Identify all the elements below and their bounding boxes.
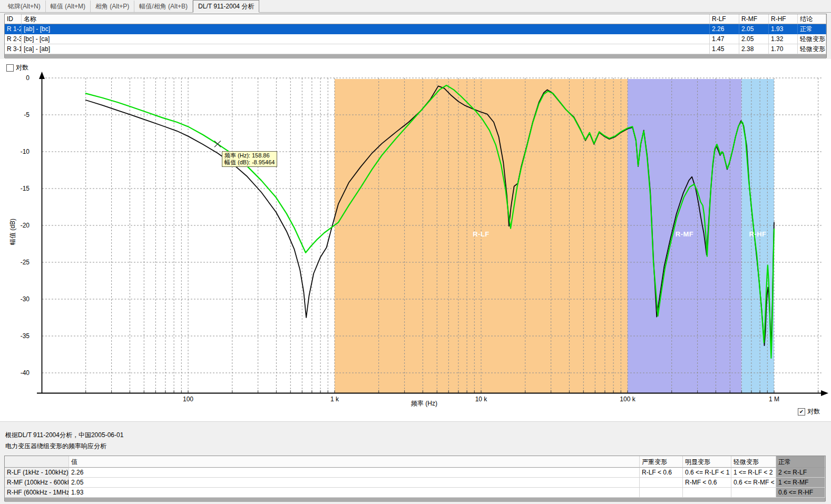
checkbox-icon: ✔	[6, 64, 14, 72]
cell-name: [bc] - [ca]	[22, 34, 710, 44]
row-label: R-LF (1kHz - 100kHz)	[5, 468, 69, 478]
col-header-rlf[interactable]: R-LF	[710, 14, 739, 24]
x-tick-label: 100	[183, 396, 193, 403]
col-header-slight[interactable]: 轻微变形	[731, 456, 776, 468]
tab-magnitude[interactable]: 幅值 (Alt+M)	[46, 1, 91, 12]
col-header-conclusion[interactable]: 结论	[798, 14, 826, 24]
cell-id: R 3-1	[5, 44, 22, 54]
col-header-blank	[5, 456, 69, 468]
y-tick-label: -15	[9, 185, 30, 192]
cell-value: 1.93	[69, 488, 640, 498]
analysis-footer: 根据DL/T 911-2004分析，中国2005-06-01 电力变压器绕组变形…	[0, 421, 831, 504]
cell-conclusion: 轻微变形	[798, 34, 826, 44]
cell-slight: 0.6 <= R-MF < 1	[731, 478, 776, 488]
cell-severe: R-LF < 0.6	[640, 468, 683, 478]
x-tick-label: 1 k	[330, 396, 339, 403]
cell-severe	[640, 478, 683, 488]
cell-normal: 1 <= R-MF	[776, 478, 825, 488]
col-header-obvious[interactable]: 明显变形	[683, 456, 731, 468]
cell-rmf: 2.05	[739, 24, 769, 34]
y-tick-label: -25	[9, 259, 30, 266]
col-header-rmf[interactable]: R-MF	[739, 14, 769, 24]
cell-obvious	[683, 488, 731, 498]
checkbox-label: 对数	[807, 407, 820, 416]
cell-name: [ca] - [ab]	[22, 44, 710, 54]
tab-bar: 铭牌(Alt+N) 幅值 (Alt+M) 相角 (Alt+P) 幅值/相角 (A…	[0, 0, 831, 13]
region-label-rmf: R-MF	[676, 230, 694, 238]
y-tick-label: -30	[9, 295, 30, 303]
tab-magnitude-phase[interactable]: 幅值/相角 (Alt+B)	[134, 1, 193, 12]
cell-value: 2.05	[69, 478, 640, 488]
results-table-header: ID 名称 R-LF R-MF R-HF 结论	[5, 14, 826, 24]
fra-chart[interactable]: ✔ 对数 R-LF R-MF R-HF 频率 (Hz): 158.86 幅值 (…	[0, 59, 831, 421]
log-checkbox-top[interactable]: ✔ 对数	[6, 63, 28, 72]
region-label-rhf: R-HF	[749, 230, 766, 238]
row-label: R-MF (100kHz - 600kHz)	[5, 478, 69, 488]
table-row[interactable]: R 2-3 [bc] - [ca] 1.47 2.05 1.32 轻微变形	[5, 34, 826, 44]
y-tick-label: -10	[9, 148, 30, 155]
cell-obvious: R-MF < 0.6	[683, 478, 731, 488]
x-tick-label: 1 M	[769, 396, 779, 403]
cell-conclusion: 轻微变形	[798, 44, 826, 54]
x-tick-label: 100 k	[620, 396, 635, 403]
tab-dlt911-analysis[interactable]: DL/T 911-2004 分析	[193, 0, 259, 13]
col-header-rhf[interactable]: R-HF	[769, 14, 798, 24]
cell-rhf: 1.70	[769, 44, 798, 54]
cursor-tooltip: 频率 (Hz): 158.86 幅值 (dB): -8.95464	[222, 151, 277, 167]
table-filler	[5, 54, 826, 58]
cell-normal: 0.6 <= R-HF	[776, 488, 825, 498]
cell-slight	[731, 488, 776, 498]
cell-rmf: 2.38	[739, 44, 769, 54]
col-header-name[interactable]: 名称	[22, 14, 710, 24]
cell-rhf: 1.32	[769, 34, 798, 44]
checkbox-label: 对数	[16, 63, 28, 72]
cell-obvious: 0.6 <= R-LF < 1	[683, 468, 731, 478]
analysis-standard-text: 根据DL/T 911-2004分析，中国2005-06-01	[5, 431, 123, 440]
region-label-rlf: R-LF	[473, 230, 490, 238]
analysis-title-text: 电力变压器绕组变形的频率响应分析	[5, 442, 106, 451]
checkbox-checked-icon: ✔	[798, 408, 805, 416]
cell-rlf: 2.26	[710, 24, 739, 34]
cell-value: 2.26	[69, 468, 640, 478]
table-row[interactable]: R 3-1 [ca] - [ab] 1.45 2.38 1.70 轻微变形	[5, 44, 826, 54]
cell-rhf: 1.93	[769, 24, 798, 34]
x-axis-title: 频率 (Hz)	[411, 399, 437, 408]
cell-rlf: 1.47	[710, 34, 739, 44]
criteria-row-rhf[interactable]: R-HF (600kHz - 1MHz) 1.93 0.6 <= R-HF	[5, 488, 825, 498]
y-tick-label: -40	[9, 369, 30, 377]
y-axis-title: 幅值 (dB)	[8, 219, 17, 245]
row-label: R-HF (600kHz - 1MHz)	[5, 488, 69, 498]
cell-rmf: 2.05	[739, 34, 769, 44]
log-checkbox-bottom[interactable]: ✔ 对数	[798, 407, 820, 416]
criteria-row-rlf[interactable]: R-LF (1kHz - 100kHz) 2.26 R-LF < 0.6 0.6…	[5, 468, 825, 478]
col-header-normal[interactable]: 正常	[776, 456, 825, 468]
table-row[interactable]: R 1-2 [ab] - [bc] 2.26 2.05 1.93 正常	[5, 24, 826, 34]
cell-slight: 1 <= R-LF < 2	[731, 468, 776, 478]
table-filler	[5, 498, 825, 502]
fra-chart-plot	[0, 59, 831, 421]
cell-conclusion: 正常	[798, 24, 826, 34]
criteria-table: 值 严重变形 明显变形 轻微变形 正常 R-LF (1kHz - 100kHz)…	[4, 456, 826, 501]
cell-id: R 2-3	[5, 34, 22, 44]
y-tick-label: -5	[9, 111, 30, 118]
x-tick-label: 10 k	[475, 396, 487, 403]
col-header-value[interactable]: 值	[69, 456, 640, 468]
criteria-row-rmf[interactable]: R-MF (100kHz - 600kHz) 2.05 R-MF < 0.6 0…	[5, 478, 825, 488]
tab-nameplate[interactable]: 铭牌(Alt+N)	[3, 1, 46, 12]
cell-rlf: 1.45	[710, 44, 739, 54]
y-tick-label: 0	[9, 74, 30, 82]
criteria-table-header: 值 严重变形 明显变形 轻微变形 正常	[5, 456, 825, 468]
cell-severe	[640, 488, 683, 498]
results-table: ID 名称 R-LF R-MF R-HF 结论 R 1-2 [ab] - [bc…	[4, 14, 827, 58]
col-header-severe[interactable]: 严重变形	[640, 456, 683, 468]
cell-name: [ab] - [bc]	[22, 24, 710, 34]
cell-normal: 2 <= R-LF	[776, 468, 825, 478]
col-header-id[interactable]: ID	[5, 14, 22, 24]
cell-id: R 1-2	[5, 24, 22, 34]
y-tick-label: -35	[9, 332, 30, 340]
tooltip-frequency: 频率 (Hz): 158.86	[224, 152, 275, 159]
tab-phase[interactable]: 相角 (Alt+P)	[91, 1, 134, 12]
tooltip-magnitude: 幅值 (dB): -8.95464	[224, 159, 275, 166]
